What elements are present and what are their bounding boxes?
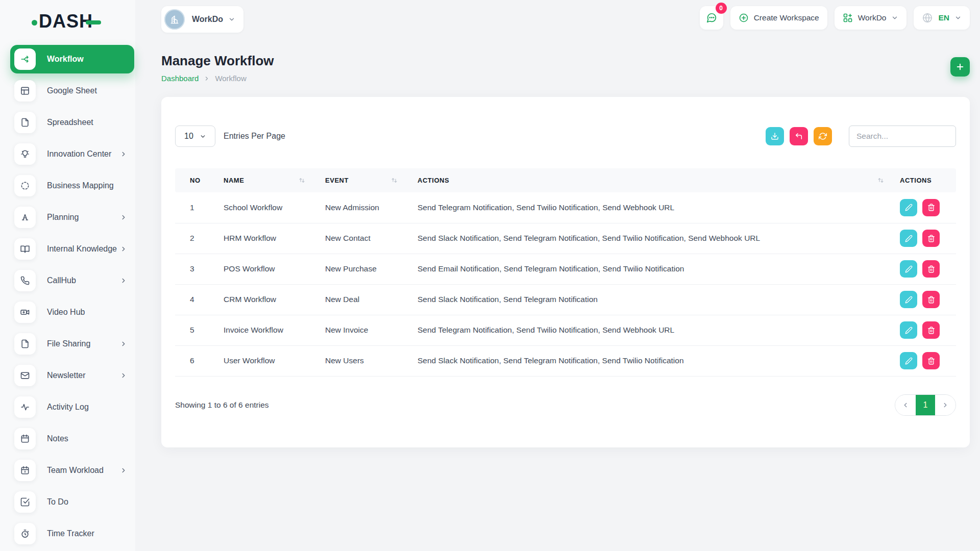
breadcrumb: Dashboard Workflow bbox=[161, 74, 274, 83]
breadcrumb-current: Workflow bbox=[215, 74, 246, 83]
table-row: 2 HRM Workflow New Contact Send Slack No… bbox=[175, 223, 956, 254]
breadcrumb-dashboard-link[interactable]: Dashboard bbox=[161, 74, 199, 83]
create-workspace-label: Create Workspace bbox=[754, 13, 819, 22]
sidebar-item-label: Innovation Center bbox=[47, 149, 111, 159]
cell-no: 6 bbox=[175, 345, 209, 376]
edit-button[interactable] bbox=[900, 260, 917, 278]
chevron-down-icon bbox=[200, 133, 206, 140]
sort-icon[interactable] bbox=[390, 177, 398, 184]
column-header-event: EVENT bbox=[311, 168, 403, 192]
edit-button[interactable] bbox=[900, 352, 917, 369]
chevron-down-icon bbox=[228, 16, 235, 23]
sidebar-item-label: Time Tracker bbox=[47, 529, 94, 538]
refresh-icon bbox=[819, 132, 827, 140]
sidebar-item-video-hub[interactable]: Video Hub bbox=[10, 298, 134, 327]
edit-button[interactable] bbox=[900, 199, 917, 216]
sidebar-item-to-do[interactable]: To Do bbox=[10, 488, 134, 516]
row-actions bbox=[900, 291, 956, 308]
column-header-row-actions: ACTIONS bbox=[890, 168, 956, 192]
workdo-menu[interactable]: WorkDo bbox=[835, 6, 907, 30]
page-header: Manage Workflow Dashboard Workflow bbox=[161, 53, 970, 83]
next-page-button[interactable] bbox=[935, 395, 955, 415]
sidebar-item-notes[interactable]: Notes bbox=[10, 424, 134, 453]
chevron-right-icon bbox=[942, 402, 949, 409]
edit-button[interactable] bbox=[900, 321, 917, 339]
sidebar-item-label: Internal Knowledge bbox=[47, 244, 117, 254]
messages-button[interactable]: 0 bbox=[700, 6, 723, 30]
sidebar-item-label: File Sharing bbox=[47, 339, 90, 348]
cell-no: 2 bbox=[175, 223, 209, 254]
topbar: WorkDo 0 Create Workspace WorkDo bbox=[161, 0, 970, 33]
refresh-button[interactable] bbox=[814, 127, 832, 145]
sidebar-item-file-sharing[interactable]: File Sharing bbox=[10, 330, 134, 358]
delete-button[interactable] bbox=[922, 291, 940, 308]
file-sharing-icon bbox=[14, 333, 36, 355]
cell-name: User Workflow bbox=[209, 345, 311, 376]
sidebar-item-callhub[interactable]: CallHub bbox=[10, 266, 134, 295]
cell-actions: Send Telegram Notification, Send Twilio … bbox=[403, 315, 890, 345]
create-workspace-button[interactable]: Create Workspace bbox=[730, 6, 827, 30]
add-workflow-button[interactable] bbox=[950, 57, 970, 77]
logo-text: DASH bbox=[39, 11, 93, 32]
trash-icon bbox=[927, 235, 935, 242]
sidebar-item-business-mapping[interactable]: Business Mapping bbox=[10, 171, 134, 200]
grid-plus-icon bbox=[843, 13, 853, 23]
chevron-right-icon bbox=[120, 372, 127, 379]
row-actions bbox=[900, 260, 956, 278]
todo-icon bbox=[14, 491, 36, 513]
chevron-right-icon bbox=[204, 76, 210, 82]
table-header-row: NO NAME EVENT ACTIONS bbox=[175, 168, 956, 192]
sidebar-item-activity-log[interactable]: Activity Log bbox=[10, 393, 134, 421]
entries-per-page-select[interactable]: 10 bbox=[175, 126, 215, 147]
export-button[interactable] bbox=[766, 127, 784, 145]
edit-button[interactable] bbox=[900, 291, 917, 308]
sidebar-item-newsletter[interactable]: Newsletter bbox=[10, 361, 134, 390]
entries-per-page-value: 10 bbox=[184, 132, 193, 141]
cell-actions: Send Slack Notification, Send Telegram N… bbox=[403, 223, 890, 254]
sidebar-item-spreadsheet[interactable]: Spreadsheet bbox=[10, 108, 134, 137]
pencil-icon bbox=[905, 265, 913, 273]
edit-button[interactable] bbox=[900, 230, 917, 247]
delete-button[interactable] bbox=[922, 199, 940, 216]
cell-event: New Purchase bbox=[311, 254, 403, 284]
cell-name: CRM Workflow bbox=[209, 284, 311, 315]
workdo-menu-label: WorkDo bbox=[858, 13, 887, 22]
chat-icon bbox=[706, 12, 717, 23]
sidebar-item-time-tracker[interactable]: Time Tracker bbox=[10, 519, 134, 548]
sort-icon[interactable] bbox=[298, 177, 306, 184]
sidebar-item-workflow[interactable]: Workflow bbox=[10, 45, 134, 73]
workflow-icon bbox=[14, 48, 36, 70]
main-area: WorkDo 0 Create Workspace WorkDo bbox=[135, 0, 980, 551]
row-actions bbox=[900, 230, 956, 247]
chevron-right-icon bbox=[120, 214, 127, 221]
language-selector[interactable]: EN bbox=[914, 6, 970, 30]
cell-event: New Deal bbox=[311, 284, 403, 315]
search-input[interactable] bbox=[849, 126, 956, 147]
delete-button[interactable] bbox=[922, 352, 940, 369]
cell-no: 1 bbox=[175, 192, 209, 223]
delete-button[interactable] bbox=[922, 260, 940, 278]
sort-icon[interactable] bbox=[877, 177, 885, 184]
sidebar-item-google-sheet[interactable]: Google Sheet bbox=[10, 77, 134, 105]
sidebar-item-label: Spreadsheet bbox=[47, 118, 93, 127]
workspace-selector[interactable]: WorkDo bbox=[161, 6, 243, 33]
page-number-current[interactable]: 1 bbox=[916, 395, 935, 415]
chevron-right-icon bbox=[120, 340, 127, 347]
cell-actions: Send Email Notification, Send Telegram N… bbox=[403, 254, 890, 284]
callhub-icon bbox=[14, 270, 36, 291]
pencil-icon bbox=[905, 296, 913, 304]
language-label: EN bbox=[938, 13, 949, 22]
sidebar-item-team-workload[interactable]: Team Workload bbox=[10, 456, 134, 485]
cell-name: POS Workflow bbox=[209, 254, 311, 284]
sidebar-item-innovation-center[interactable]: Innovation Center bbox=[10, 140, 134, 168]
previous-page-button[interactable] bbox=[895, 395, 916, 415]
trash-icon bbox=[927, 296, 935, 304]
undo-button[interactable] bbox=[790, 127, 808, 145]
sidebar-item-internal-knowledge[interactable]: Internal Knowledge bbox=[10, 235, 134, 263]
workflow-table: NO NAME EVENT ACTIONS bbox=[175, 168, 956, 377]
table-row: 1 School Workflow New Admission Send Tel… bbox=[175, 192, 956, 223]
delete-button[interactable] bbox=[922, 321, 940, 339]
delete-button[interactable] bbox=[922, 230, 940, 247]
sidebar-item-planning[interactable]: Planning bbox=[10, 203, 134, 232]
cell-actions: Send Slack Notification, Send Telegram N… bbox=[403, 345, 890, 376]
